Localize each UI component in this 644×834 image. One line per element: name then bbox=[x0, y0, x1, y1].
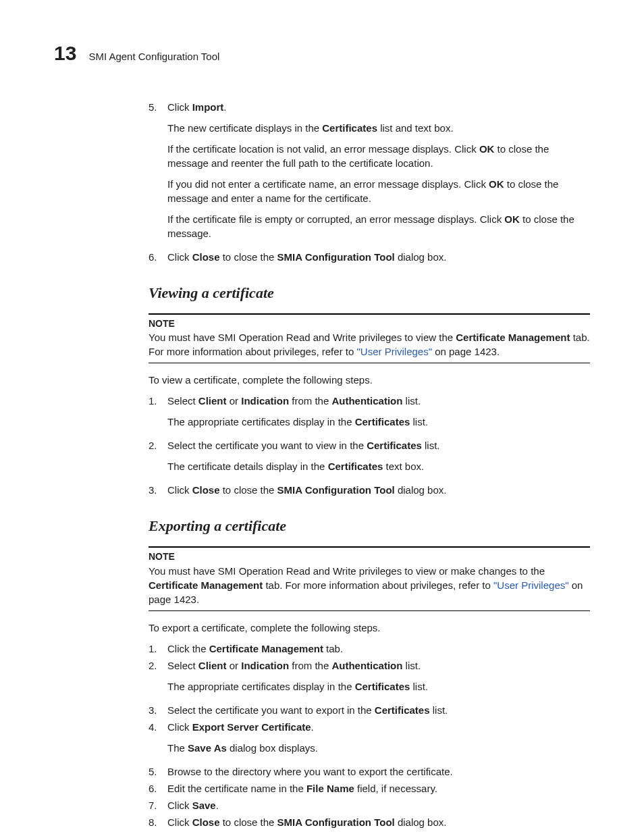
exporting-step-1: 1. Click the Certificate Management tab. bbox=[149, 642, 590, 656]
text-bold: Close bbox=[192, 251, 220, 263]
paragraph: To export a certificate, complete the fo… bbox=[149, 621, 590, 635]
text-bold: Certificates bbox=[322, 122, 377, 134]
text: If you did not enter a certificate name,… bbox=[167, 178, 489, 190]
text: The bbox=[167, 742, 188, 754]
paragraph: The new certificate displays in the Cert… bbox=[167, 121, 590, 135]
text: . bbox=[311, 721, 314, 733]
step-body: Click the Certificate Management tab. bbox=[167, 642, 590, 656]
step-number: 4. bbox=[149, 720, 167, 762]
exporting-step-7: 7. Click Save. bbox=[149, 798, 590, 812]
text-bold: Certificates bbox=[367, 440, 422, 451]
text-bold: Export Server Certificate bbox=[192, 721, 311, 733]
text: Click the bbox=[167, 643, 209, 654]
step-number: 1. bbox=[149, 642, 167, 656]
text: list. bbox=[430, 704, 448, 716]
text: list. bbox=[402, 395, 421, 407]
step-body: Browse to the directory where you want t… bbox=[167, 764, 590, 779]
step-number: 2. bbox=[149, 438, 167, 480]
text: Click bbox=[167, 721, 192, 733]
text: Select the certificate you want to view … bbox=[167, 440, 367, 451]
text: If the certificate location is not valid… bbox=[167, 143, 479, 155]
link-user-privileges[interactable]: "User Privileges" bbox=[356, 346, 432, 357]
text-bold: OK bbox=[479, 143, 495, 155]
text: You must have SMI Operation Read and Wri… bbox=[149, 565, 545, 577]
exporting-step-6: 6. Edit the certificate name in the File… bbox=[149, 781, 590, 796]
text-bold: Certificate Management bbox=[209, 643, 323, 654]
viewing-step-3: 3. Click Close to close the SMIA Configu… bbox=[149, 483, 590, 497]
note-label: NOTE bbox=[149, 317, 590, 331]
text: tab. bbox=[323, 643, 343, 654]
exporting-step-3: 3. Select the certificate you want to ex… bbox=[149, 703, 590, 717]
step-body: Edit the certificate name in the File Na… bbox=[167, 781, 590, 796]
step-5: 5. Click Import. The new certificate dis… bbox=[149, 100, 590, 247]
text: text box. bbox=[383, 461, 424, 472]
text: dialog box. bbox=[395, 816, 447, 828]
paragraph: If the certificate file is empty or corr… bbox=[167, 212, 590, 240]
text: list. bbox=[410, 681, 428, 692]
step-body: Select Client or Indication from the Aut… bbox=[167, 394, 590, 436]
note-body: You must have SMI Operation Read and Wri… bbox=[149, 330, 590, 363]
step-number: 7. bbox=[149, 798, 167, 812]
section-heading-viewing: Viewing a certificate bbox=[149, 283, 590, 304]
chapter-number: 13 bbox=[54, 39, 76, 68]
text: Click bbox=[167, 484, 192, 496]
step-body: Click Close to close the SMIA Configurat… bbox=[167, 483, 590, 497]
text: The appropriate certificates display in … bbox=[167, 416, 355, 427]
exporting-step-2: 2. Select Client or Indication from the … bbox=[149, 658, 590, 700]
text-bold: SMIA Configuration Tool bbox=[277, 484, 395, 496]
text: dialog box displays. bbox=[227, 742, 318, 754]
text-bold: Client bbox=[198, 395, 227, 407]
step-number: 2. bbox=[149, 658, 167, 700]
text: . bbox=[223, 101, 226, 113]
chapter-title: SMI Agent Configuration Tool bbox=[88, 49, 219, 63]
text: If the certificate file is empty or corr… bbox=[167, 213, 504, 225]
exporting-step-4: 4. Click Export Server Certificate. The … bbox=[149, 720, 590, 762]
text: from the bbox=[289, 395, 331, 407]
text-bold: Certificates bbox=[355, 681, 410, 692]
link-user-privileges[interactable]: "User Privileges" bbox=[493, 579, 569, 591]
text: The certificate details display in the bbox=[167, 461, 328, 472]
text: Click bbox=[167, 816, 192, 828]
text: You must have SMI Operation Read and Wri… bbox=[149, 332, 456, 343]
step-number: 5. bbox=[149, 764, 167, 779]
step-number: 6. bbox=[149, 781, 167, 796]
text: Click bbox=[167, 101, 192, 113]
text: Select bbox=[167, 660, 198, 671]
text: list and text box. bbox=[377, 122, 454, 134]
text: or bbox=[227, 395, 242, 407]
text: tab. For more information about privileg… bbox=[263, 579, 493, 591]
text: list. bbox=[422, 440, 440, 451]
note-body: You must have SMI Operation Read and Wri… bbox=[149, 564, 590, 611]
text: Select bbox=[167, 395, 198, 407]
text: dialog box. bbox=[395, 484, 447, 496]
text: to close the bbox=[220, 816, 277, 828]
page: 13 SMI Agent Configuration Tool 5. Click… bbox=[0, 0, 644, 834]
section-heading-exporting: Exporting a certificate bbox=[149, 516, 590, 537]
step-body: Select the certificate you want to view … bbox=[167, 438, 590, 480]
paragraph: The certificate details display in the C… bbox=[167, 459, 590, 473]
text: Edit the certificate name in the bbox=[167, 783, 306, 794]
text: The new certificate displays in the bbox=[167, 122, 322, 134]
content: 5. Click Import. The new certificate dis… bbox=[149, 100, 590, 829]
step-body: Select the certificate you want to expor… bbox=[167, 703, 590, 717]
text-bold: Certificate Management bbox=[456, 332, 570, 343]
text-bold: Authentication bbox=[331, 660, 402, 671]
text-bold: Certificates bbox=[355, 416, 410, 427]
step-number: 8. bbox=[149, 815, 167, 829]
text: Select the certificate you want to expor… bbox=[167, 704, 375, 716]
paragraph: If you did not enter a certificate name,… bbox=[167, 177, 590, 205]
text-bold: Certificate Management bbox=[149, 579, 263, 591]
text: Click bbox=[167, 251, 192, 263]
step-number: 3. bbox=[149, 703, 167, 717]
step-number: 3. bbox=[149, 483, 167, 497]
paragraph: To view a certificate, complete the foll… bbox=[149, 373, 590, 387]
text-bold: Import bbox=[192, 101, 224, 113]
text-bold: Certificates bbox=[328, 461, 383, 472]
text-bold: Close bbox=[192, 816, 220, 828]
text-bold: Close bbox=[192, 484, 220, 496]
step-body: Select Client or Indication from the Aut… bbox=[167, 658, 590, 700]
text-bold: OK bbox=[504, 213, 520, 225]
text: Click bbox=[167, 800, 192, 811]
step-number: 1. bbox=[149, 394, 167, 436]
paragraph: If the certificate location is not valid… bbox=[167, 142, 590, 170]
